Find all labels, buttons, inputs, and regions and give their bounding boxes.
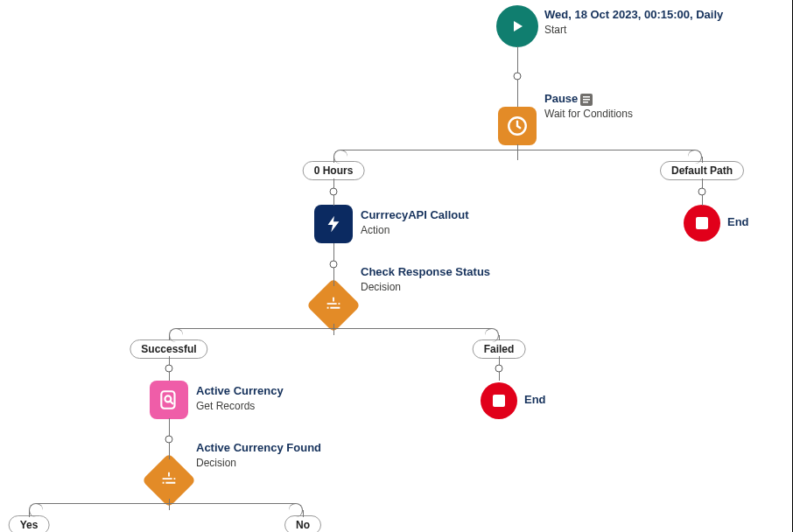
lightning-icon [324, 214, 343, 234]
decision-icon [324, 296, 343, 315]
stop-icon [695, 216, 709, 230]
connector-dot[interactable] [495, 365, 503, 373]
path-label-no[interactable]: No [284, 515, 321, 532]
path-label-yes[interactable]: Yes [9, 515, 50, 532]
active-currency-label: Active Currency Get Records [196, 383, 284, 413]
pause-node[interactable] [498, 107, 537, 145]
path-label-default[interactable]: Default Path [660, 161, 744, 180]
check-response-label: Check Response Status Decision [361, 264, 490, 294]
api-callout-label: CurrrecyAPI Callout Action [361, 207, 469, 237]
stop-icon [492, 394, 506, 408]
check-response-node[interactable] [314, 286, 353, 325]
active-currency-found-node[interactable] [150, 461, 188, 500]
play-icon [509, 18, 526, 35]
active-currency-node[interactable] [150, 381, 188, 419]
connector-dot[interactable] [165, 436, 173, 444]
end-label-default: End [727, 214, 749, 230]
path-label-0-hours[interactable]: 0 Hours [303, 161, 365, 180]
connector-dot[interactable] [330, 188, 338, 196]
start-label: Wed, 18 Oct 2023, 00:15:00, Daily Start [544, 7, 723, 37]
connector-dot[interactable] [330, 261, 338, 269]
search-records-icon [158, 388, 180, 411]
active-currency-found-label: Active Currency Found Decision [196, 440, 321, 470]
pause-label: Pause Wait for Conditions [544, 91, 633, 121]
start-node[interactable] [496, 5, 538, 47]
connector-dot[interactable] [165, 365, 173, 373]
connector-dot[interactable] [698, 188, 706, 196]
connector-dot[interactable] [514, 73, 522, 80]
flow-canvas[interactable]: 0 Hours Default Path Successful Failed Y… [0, 0, 793, 532]
api-callout-node[interactable] [314, 205, 353, 243]
end-node-failed[interactable] [481, 382, 517, 419]
end-node-default[interactable] [684, 205, 720, 242]
decision-icon [159, 471, 179, 490]
svg-rect-2 [161, 391, 174, 409]
svg-rect-4 [493, 395, 505, 407]
document-icon [580, 94, 593, 106]
clock-icon [506, 115, 529, 137]
svg-rect-1 [696, 217, 708, 229]
end-label-failed: End [524, 392, 546, 408]
